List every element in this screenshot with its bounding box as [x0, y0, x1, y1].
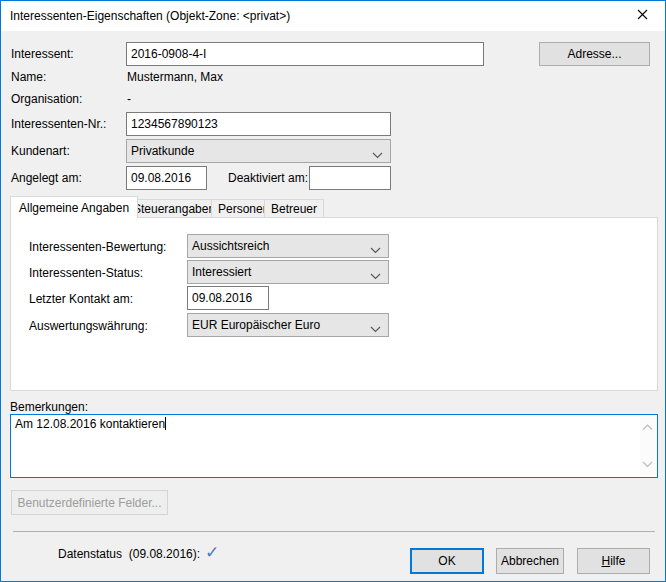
cancel-button[interactable]: Abbrechen — [496, 548, 564, 574]
waehrung-select[interactable]: EUR Europäischer Euro — [187, 313, 389, 337]
help-button[interactable]: Hilfe — [577, 548, 650, 574]
name-value: Mustermann, Max — [127, 70, 223, 84]
bewertung-select[interactable]: Aussichtsreich — [187, 234, 389, 258]
angelegt-am-input[interactable] — [126, 166, 207, 190]
waehrung-label: Auswertungswährung: — [29, 319, 148, 333]
footer-separator — [13, 531, 655, 532]
kundenart-label: Kundenart: — [11, 144, 70, 158]
chevron-down-icon — [370, 269, 381, 283]
kundenart-select[interactable]: Privatkunde — [126, 139, 391, 163]
chevron-down-icon — [372, 148, 383, 162]
adresse-button[interactable]: Adresse... — [539, 42, 650, 66]
kundenart-selected-value: Privatkunde — [131, 144, 194, 158]
status-selected-value: Interessiert — [192, 265, 251, 279]
organisation-label: Organisation: — [11, 92, 82, 106]
deaktiviert-am-label: Deaktiviert am: — [228, 171, 308, 185]
status-label: Interessenten-Status: — [29, 266, 143, 280]
vertical-scrollbar[interactable] — [640, 417, 655, 475]
bewertung-label: Interessenten-Bewertung: — [29, 240, 166, 254]
name-label: Name: — [11, 70, 46, 84]
scroll-up-icon[interactable] — [642, 420, 653, 435]
tab-betreuer[interactable]: Betreuer — [264, 199, 324, 218]
benutzerdefinierte-felder-button: Benutzerdefinierte Felder... — [11, 490, 168, 515]
waehrung-selected-value: EUR Europäischer Euro — [192, 318, 320, 332]
checkmark-icon: ✓ — [205, 542, 219, 563]
tab-allgemeine-angaben[interactable]: Allgemeine Angaben — [10, 196, 138, 218]
letzter-kontakt-input[interactable] — [187, 286, 269, 310]
help-accelerator: H — [601, 554, 610, 568]
organisation-value: - — [127, 92, 131, 106]
text-caret — [165, 417, 166, 430]
bemerkungen-textarea[interactable]: Am 12.08.2016 kontaktieren — [10, 414, 658, 478]
interessenten-nr-input[interactable] — [126, 112, 391, 136]
tabstrip: Allgemeine Angaben Steuerangaben Persone… — [10, 196, 656, 218]
close-button[interactable] — [620, 1, 665, 30]
close-icon — [637, 9, 648, 23]
titlebar: Interessenten-Eigenschaften (Objekt-Zone… — [1, 1, 665, 31]
interessent-input[interactable] — [126, 42, 484, 66]
chevron-down-icon — [370, 322, 381, 336]
datenstatus-label: Datenstatus (09.08.2016): — [58, 547, 200, 561]
bewertung-selected-value: Aussichtsreich — [192, 239, 269, 253]
deaktiviert-am-input[interactable] — [309, 166, 391, 190]
angelegt-am-label: Angelegt am: — [11, 171, 82, 185]
scroll-down-icon[interactable] — [642, 457, 653, 472]
interessenten-nr-label: Interessenten-Nr.: — [11, 117, 106, 131]
help-rest: ilfe — [610, 554, 625, 568]
tab-steuerangaben[interactable]: Steuerangaben — [126, 199, 222, 218]
status-select[interactable]: Interessiert — [187, 260, 389, 284]
bemerkungen-label: Bemerkungen: — [10, 400, 88, 414]
ok-button[interactable]: OK — [410, 548, 484, 574]
interessent-label: Interessent: — [11, 47, 74, 61]
letzter-kontakt-label: Letzter Kontakt am: — [29, 292, 133, 306]
bemerkungen-text: Am 12.08.2016 kontaktieren — [15, 417, 165, 431]
window-title: Interessenten-Eigenschaften (Objekt-Zone… — [1, 9, 290, 23]
chevron-down-icon — [370, 243, 381, 257]
dialog-window: Interessenten-Eigenschaften (Objekt-Zone… — [0, 0, 666, 582]
